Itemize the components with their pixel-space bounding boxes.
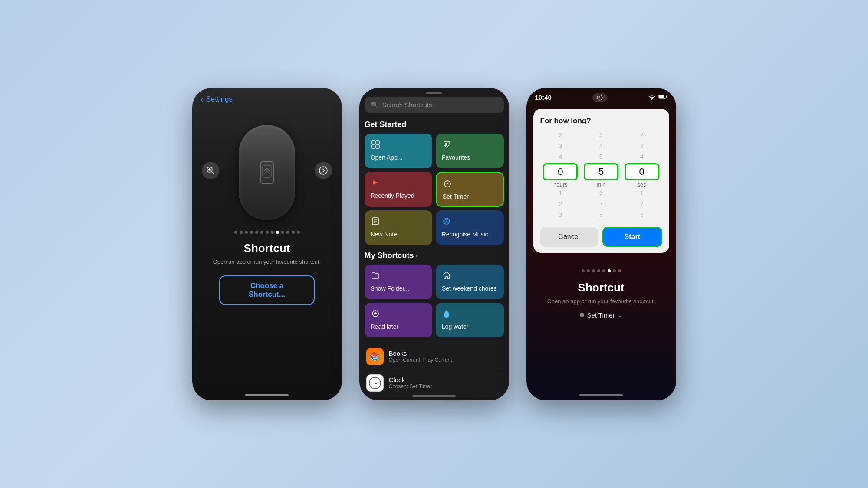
picker-min[interactable]: 345 5 min 678 [584,130,618,221]
picker-min-label: min [597,181,606,188]
picker-min-selected[interactable]: 5 [584,163,618,180]
svg-rect-7 [372,141,375,144]
search-placeholder: Search Shortcuts [382,101,432,108]
set-timer-row[interactable]: Set Timer ⌄ [580,311,622,319]
tile-open-app-label: Open App... [371,154,427,161]
screen3-shortcut-title: Shortcut [578,281,625,295]
arrow-right-icon[interactable] [315,162,332,179]
tile-set-timer[interactable]: Set Timer [436,172,504,207]
tile-new-note[interactable]: New Note [365,210,433,245]
screen1-top-bar: ‹ Settings [192,88,342,108]
svg-point-35 [651,99,652,100]
picker-sec[interactable]: 234 0 sec 123 [625,130,659,221]
tile-show-folder-icon [371,271,427,282]
svg-rect-37 [659,95,664,98]
s3-dot-4 [597,269,600,272]
app-item-clock[interactable]: Clock Chosen: Set Timer [365,370,504,396]
dot-3 [245,231,248,234]
zoom-in-icon[interactable] [202,162,219,179]
shortcut-title: Shortcut [244,242,290,255]
screen3-timer: 10:40 For how long? 234 0 hours 123 [526,88,676,400]
s3-dot-8 [618,269,621,272]
picker-container[interactable]: 234 0 hours 123 345 5 min 678 234 0 [540,130,662,221]
modal-title: For how long? [540,117,662,125]
shortcuts-scroll-area[interactable]: Get Started Open App... Favourites Recen… [359,120,509,398]
dot-6 [260,231,263,234]
tile-new-note-label: New Note [371,231,427,238]
cancel-button[interactable]: Cancel [540,227,598,247]
tile-read-later[interactable]: Read later [365,303,433,337]
s3-dot-2 [587,269,590,272]
picker-min-below: 678 [599,188,603,221]
picker-min-value: 5 [598,166,604,177]
s3-dot-6-active [608,269,611,272]
tile-set-timer-label: Set Timer [443,193,497,200]
shortcut-icon [252,157,282,188]
dot-2 [240,231,243,234]
tile-set-weekend-label: Set weekend chores [442,285,498,292]
s3-dot-7 [613,269,616,272]
tile-set-weekend[interactable]: Set weekend chores [436,265,504,299]
app-item-books[interactable]: 📚 Books Open Current, Play Current [365,344,504,370]
home-indicator [245,394,289,396]
svg-line-34 [600,98,601,98]
dot-5 [255,231,258,234]
app-clock-sub: Chosen: Set Timer [389,383,502,390]
choose-shortcut-button[interactable]: Choose a Shortcut... [219,275,315,305]
settings-back-label[interactable]: Settings [206,95,233,104]
battery-icon [658,94,667,101]
dot-4 [250,231,253,234]
dot-11 [286,231,289,234]
search-bar[interactable]: 🔍 Search Shortcuts [365,97,504,113]
tile-favourites[interactable]: Favourites [436,134,504,168]
svg-rect-9 [372,145,375,148]
tile-log-water-icon [442,309,498,321]
dot-10 [281,231,284,234]
svg-rect-8 [376,141,379,144]
get-started-grid: Open App... Favourites Recently Played S… [365,134,504,245]
start-button[interactable]: Start [602,227,662,247]
drag-handle[interactable] [426,92,442,94]
svg-rect-10 [376,145,379,148]
picker-hours-label: hours [553,181,568,188]
tile-log-water[interactable]: Log water [436,303,504,337]
dot-9-active [276,231,279,234]
picker-sec-below: 123 [640,188,644,221]
s3-dot-3 [592,269,595,272]
dot-13 [297,231,300,234]
app-books-icon: 📚 [366,348,384,365]
picker-sec-above: 234 [640,130,644,163]
get-started-header: Get Started [365,120,504,129]
tile-new-note-icon [371,216,427,228]
picker-hours[interactable]: 234 0 hours 123 [543,130,578,221]
tile-favourites-label: Favourites [442,154,498,161]
tile-show-folder-label: Show Folder... [371,285,427,292]
tile-open-app[interactable]: Open App... [365,134,433,168]
s3-dot-5 [602,269,605,272]
my-shortcuts-chevron: › [416,252,418,259]
app-clock-info: Clock Chosen: Set Timer [389,376,502,390]
picker-hours-selected[interactable]: 0 [543,163,578,180]
tile-show-folder[interactable]: Show Folder... [365,265,433,299]
picker-sec-value: 0 [639,166,644,177]
tile-recognise-music[interactable]: Recognise Music [436,210,504,245]
page-dots [234,231,300,234]
app-list: 📚 Books Open Current, Play Current Clock… [365,344,504,398]
picker-sec-selected[interactable]: 0 [625,163,659,180]
modal-buttons: Cancel Start [540,227,662,247]
tile-read-later-icon [371,309,427,321]
tile-recently-played[interactable]: Recently Played [365,172,433,207]
picker-hours-below: 123 [559,188,562,221]
screen1-content: Shortcut Open an app or run your favouri… [192,108,342,396]
back-chevron-icon: ‹ [201,95,204,104]
svg-line-13 [447,183,449,184]
picker-hours-above: 234 [559,130,562,163]
screen1-settings-shortcut: ‹ Settings [192,88,342,400]
picker-hours-value: 0 [558,166,563,177]
app-books-sub: Open Current, Play Current [389,357,502,363]
screen3-time: 10:40 [535,94,552,101]
dot-8 [271,231,274,234]
screen3-bottom: Shortcut Open an app or run your favouri… [526,256,676,319]
screen2-shortcuts-app: 🔍 Search Shortcuts Get Started Open App.… [359,88,509,400]
my-shortcuts-grid: Show Folder... Set weekend chores Read l… [365,265,504,337]
